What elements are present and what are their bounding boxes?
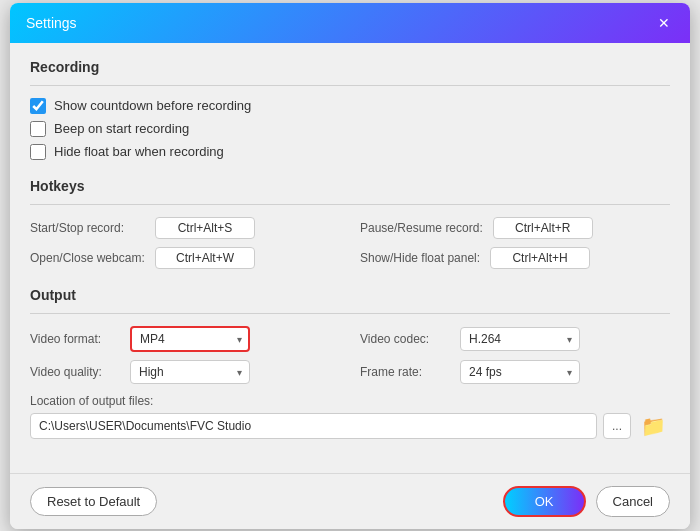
- hotkey-row-webcam: Open/Close webcam:: [30, 247, 340, 269]
- ok-button[interactable]: OK: [503, 486, 586, 517]
- output-row-framerate: Frame rate: 24 fps 30 fps 60 fps ▾: [360, 360, 670, 384]
- recording-divider: [30, 85, 670, 86]
- recording-section: Recording Show countdown before recordin…: [30, 59, 670, 160]
- hotkey-row-startstop: Start/Stop record:: [30, 217, 340, 239]
- option-row-beep: Beep on start recording: [30, 121, 670, 137]
- hotkey-label-startstop: Start/Stop record:: [30, 221, 145, 235]
- output-row-videoquality: Video quality: High Medium Low ▾: [30, 360, 340, 384]
- footer-right-buttons: OK Cancel: [503, 486, 670, 517]
- hotkeys-grid: Start/Stop record: Pause/Resume record: …: [30, 217, 670, 269]
- output-label-videocodec: Video codec:: [360, 332, 450, 346]
- checkbox-countdown[interactable]: [30, 98, 46, 114]
- checkbox-beep[interactable]: [30, 121, 46, 137]
- output-label-framerate: Frame rate:: [360, 365, 450, 379]
- option-label-beep: Beep on start recording: [54, 121, 189, 136]
- videoformat-select-wrapper: MP4 AVI MOV FLV GIF ▾: [130, 326, 250, 352]
- location-more-button[interactable]: ...: [603, 413, 631, 439]
- recording-section-title: Recording: [30, 59, 670, 75]
- option-label-floatbar: Hide float bar when recording: [54, 144, 224, 159]
- option-row-countdown: Show countdown before recording: [30, 98, 670, 114]
- location-input[interactable]: [30, 413, 597, 439]
- output-grid: Video format: MP4 AVI MOV FLV GIF ▾: [30, 326, 670, 384]
- hotkey-input-startstop[interactable]: [155, 217, 255, 239]
- hotkey-input-webcam[interactable]: [155, 247, 255, 269]
- output-label-videoquality: Video quality:: [30, 365, 120, 379]
- videoquality-select-wrapper: High Medium Low ▾: [130, 360, 250, 384]
- checkbox-floatbar[interactable]: [30, 144, 46, 160]
- option-row-floatbar: Hide float bar when recording: [30, 144, 670, 160]
- videocodec-select[interactable]: H.264 H.265 VP8 VP9: [460, 327, 580, 351]
- footer: Reset to Default OK Cancel: [10, 473, 690, 529]
- hotkey-row-floatpanel: Show/Hide float panel:: [360, 247, 670, 269]
- dialog-content: Recording Show countdown before recordin…: [10, 43, 690, 473]
- settings-dialog: Settings ✕ Recording Show countdown befo…: [10, 3, 690, 529]
- output-row-videocodec: Video codec: H.264 H.265 VP8 VP9 ▾: [360, 326, 670, 352]
- hotkey-label-webcam: Open/Close webcam:: [30, 251, 145, 265]
- output-divider: [30, 313, 670, 314]
- framerate-select[interactable]: 24 fps 30 fps 60 fps: [460, 360, 580, 384]
- hotkeys-divider: [30, 204, 670, 205]
- output-section-title: Output: [30, 287, 670, 303]
- cancel-button[interactable]: Cancel: [596, 486, 670, 517]
- videoquality-select[interactable]: High Medium Low: [130, 360, 250, 384]
- close-button[interactable]: ✕: [654, 13, 674, 33]
- option-label-countdown: Show countdown before recording: [54, 98, 251, 113]
- framerate-select-wrapper: 24 fps 30 fps 60 fps ▾: [460, 360, 580, 384]
- title-bar: Settings ✕: [10, 3, 690, 43]
- dialog-title: Settings: [26, 15, 77, 31]
- hotkey-label-floatpanel: Show/Hide float panel:: [360, 251, 480, 265]
- hotkey-input-floatpanel[interactable]: [490, 247, 590, 269]
- hotkey-row-pauseresume: Pause/Resume record:: [360, 217, 670, 239]
- location-label: Location of output files:: [30, 394, 670, 408]
- hotkeys-section: Hotkeys Start/Stop record: Pause/Resume …: [30, 178, 670, 269]
- videoformat-select[interactable]: MP4 AVI MOV FLV GIF: [130, 326, 250, 352]
- videocodec-select-wrapper: H.264 H.265 VP8 VP9 ▾: [460, 327, 580, 351]
- location-row: ... 📁: [30, 413, 670, 439]
- hotkey-input-pauseresume[interactable]: [493, 217, 593, 239]
- output-label-videoformat: Video format:: [30, 332, 120, 346]
- folder-browse-button[interactable]: 📁: [637, 414, 670, 438]
- hotkeys-section-title: Hotkeys: [30, 178, 670, 194]
- output-section: Output Video format: MP4 AVI MOV FLV GIF: [30, 287, 670, 439]
- output-row-videoformat: Video format: MP4 AVI MOV FLV GIF ▾: [30, 326, 340, 352]
- reset-button[interactable]: Reset to Default: [30, 487, 157, 516]
- hotkey-label-pauseresume: Pause/Resume record:: [360, 221, 483, 235]
